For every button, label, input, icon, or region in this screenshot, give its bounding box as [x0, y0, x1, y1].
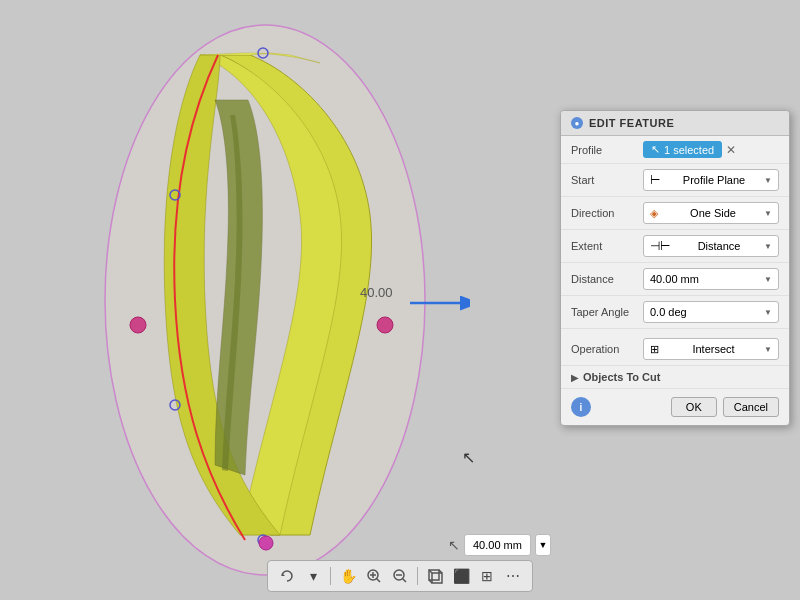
extent-label: Extent — [571, 240, 643, 252]
rotate-icon[interactable] — [276, 565, 298, 587]
measure-value: 40.00 mm — [464, 534, 531, 556]
operation-control[interactable]: ⊞ Intersect ▼ — [643, 338, 779, 360]
measure-dropdown[interactable]: ▼ — [535, 534, 551, 556]
zoom-in-icon[interactable] — [363, 565, 385, 587]
start-row: Start ⊢ Profile Plane ▼ — [561, 164, 789, 197]
more-icon[interactable]: ⋯ — [502, 565, 524, 587]
expand-arrow-icon: ▶ — [571, 372, 579, 383]
profile-label: Profile — [571, 144, 643, 156]
profile-row: Profile ↖ 1 selected ✕ — [561, 136, 789, 164]
direction-arrow: ▼ — [764, 209, 772, 218]
grid-icon[interactable]: ⬛ — [450, 565, 472, 587]
extent-arrow: ▼ — [764, 242, 772, 251]
panel-title: EDIT FEATURE — [589, 117, 674, 129]
extent-dropdown[interactable]: ⊣⊢ Distance ▼ — [643, 235, 779, 257]
taper-control[interactable]: 0.0 deg ▼ — [643, 301, 779, 323]
direction-dropdown[interactable]: ◈ One Side ▼ — [643, 202, 779, 224]
distance-dropdown[interactable]: 40.00 mm ▼ — [643, 268, 779, 290]
operation-value: Intersect — [692, 343, 734, 355]
profile-close-button[interactable]: ✕ — [726, 143, 736, 157]
action-buttons: OK Cancel — [671, 397, 779, 417]
distance-label: Distance — [571, 273, 643, 285]
sep1 — [330, 567, 331, 585]
svg-text:40.00: 40.00 — [360, 285, 393, 300]
direction-control[interactable]: ◈ One Side ▼ — [643, 202, 779, 224]
svg-point-9 — [377, 317, 393, 333]
direction-icon: ◈ — [650, 207, 658, 220]
button-row: i OK Cancel — [561, 389, 789, 425]
mesh-icon[interactable]: ⊞ — [476, 565, 498, 587]
objects-to-cut-row[interactable]: ▶ Objects To Cut — [561, 366, 789, 389]
start-value: Profile Plane — [683, 174, 745, 186]
profile-control: ↖ 1 selected ✕ — [643, 141, 779, 158]
start-control[interactable]: ⊢ Profile Plane ▼ — [643, 169, 779, 191]
edit-feature-panel: ● EDIT FEATURE Profile ↖ 1 selected ✕ St… — [560, 110, 790, 426]
taper-label: Taper Angle — [571, 306, 643, 318]
start-arrow: ▼ — [764, 176, 772, 185]
start-dropdown[interactable]: ⊢ Profile Plane ▼ — [643, 169, 779, 191]
bottom-toolbar: ▾ ✋ ⬛ ⊞ ⋯ — [267, 560, 533, 592]
intersect-icon: ⊞ — [650, 343, 659, 356]
extent-control[interactable]: ⊣⊢ Distance ▼ — [643, 235, 779, 257]
svg-point-8 — [130, 317, 146, 333]
extent-row: Extent ⊣⊢ Distance ▼ — [561, 230, 789, 263]
extent-value: Distance — [698, 240, 741, 252]
cursor-icon: ↖ — [651, 143, 660, 156]
header-dot: ● — [571, 117, 583, 129]
pan-icon[interactable]: ✋ — [337, 565, 359, 587]
view-cube-icon[interactable] — [424, 565, 446, 587]
direction-label: Direction — [571, 207, 643, 219]
taper-dropdown[interactable]: 0.0 deg ▼ — [643, 301, 779, 323]
cancel-button[interactable]: Cancel — [723, 397, 779, 417]
sep2 — [417, 567, 418, 585]
info-button[interactable]: i — [571, 397, 591, 417]
svg-line-13 — [377, 579, 381, 583]
taper-arrow: ▼ — [764, 308, 772, 317]
start-label: Start — [571, 174, 643, 186]
cursor-pointer-icon: ↖ — [448, 537, 460, 553]
direction-value: One Side — [690, 207, 736, 219]
extent-icon: ⊣⊢ — [650, 239, 670, 253]
distance-row: Distance 40.00 mm ▼ — [561, 263, 789, 296]
start-icon: ⊢ — [650, 173, 660, 187]
toolbar-arrow-icon[interactable]: ▾ — [302, 565, 324, 587]
operation-arrow: ▼ — [764, 345, 772, 354]
taper-row: Taper Angle 0.0 deg ▼ — [561, 296, 789, 329]
taper-value: 0.0 deg — [650, 306, 687, 318]
operation-dropdown[interactable]: ⊞ Intersect ▼ — [643, 338, 779, 360]
svg-rect-20 — [432, 573, 442, 583]
distance-arrow: ▼ — [764, 275, 772, 284]
distance-control[interactable]: 40.00 mm ▼ — [643, 268, 779, 290]
objects-label: Objects To Cut — [583, 371, 660, 383]
svg-line-17 — [403, 579, 407, 583]
badge-text: 1 selected — [664, 144, 714, 156]
operation-label: Operation — [571, 343, 643, 355]
operation-row: Operation ⊞ Intersect ▼ — [561, 333, 789, 366]
distance-value: 40.00 mm — [650, 273, 699, 285]
panel-header: ● EDIT FEATURE — [561, 111, 789, 136]
svg-point-10 — [259, 536, 273, 550]
measure-control: ↖ 40.00 mm ▼ — [448, 534, 551, 556]
ok-button[interactable]: OK — [671, 397, 717, 417]
zoom-out-icon[interactable] — [389, 565, 411, 587]
profile-selected-badge[interactable]: ↖ 1 selected — [643, 141, 722, 158]
direction-row: Direction ◈ One Side ▼ — [561, 197, 789, 230]
